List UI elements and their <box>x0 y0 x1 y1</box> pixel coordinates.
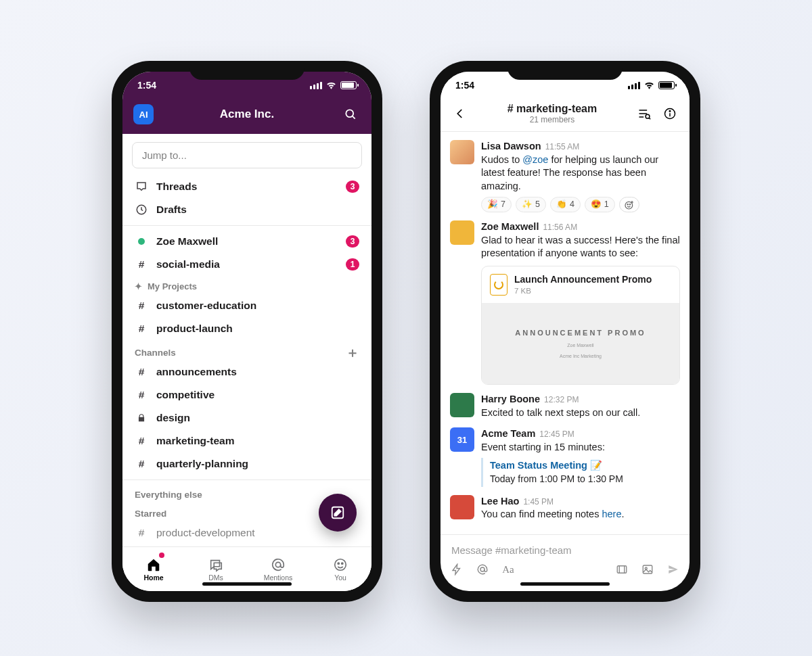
phone-home: 1:54 AI Acme Inc. Jump to... <box>112 61 382 602</box>
message-zoe[interactable]: Zoe Maxwell 11:56 AM Glad to hear it was… <box>441 216 690 389</box>
message-acme-team[interactable]: 31 Acme Team 12:45 PM Event starting in … <box>441 423 690 491</box>
channel-announcements[interactable]: # announcements <box>122 360 371 383</box>
threads-icon <box>135 181 148 193</box>
tab-home[interactable]: Home <box>122 547 185 591</box>
notes-link[interactable]: here <box>602 509 621 519</box>
device-notch <box>508 61 623 80</box>
channel-design[interactable]: design <box>122 406 371 429</box>
mention-icon[interactable] <box>476 563 489 576</box>
workspace-avatar[interactable]: AI <box>133 104 154 124</box>
hash-icon: # <box>135 258 148 271</box>
signal-icon <box>628 82 640 89</box>
add-channel-icon[interactable]: ＋ <box>346 346 359 359</box>
channel-social-media[interactable]: # social-media 1 <box>122 253 371 276</box>
tab-you[interactable]: You <box>309 547 371 591</box>
svg-rect-17 <box>643 565 652 573</box>
status-time: 1:54 <box>455 80 474 91</box>
hash-icon: # <box>135 458 148 470</box>
svg-point-8 <box>646 114 650 118</box>
svg-point-11 <box>669 110 671 112</box>
message-text: Excited to talk next steps on our call. <box>481 406 680 420</box>
svg-line-1 <box>353 116 355 119</box>
event-attachment[interactable]: Team Status Meeting 📝 Today from 1:00 PM… <box>481 458 680 486</box>
dms-icon <box>208 557 223 572</box>
image-icon[interactable] <box>641 563 654 576</box>
back-icon[interactable] <box>450 103 470 124</box>
message-harry[interactable]: Harry Boone 12:32 PM Excited to talk nex… <box>441 389 690 423</box>
file-attachment[interactable]: Launch Announcement Promo 7 KB ANNOUNCEM… <box>481 266 680 385</box>
hash-icon: # <box>135 300 148 312</box>
message-lisa[interactable]: Lisa Dawson 11:55 AM Kudos to @zoe for h… <box>441 136 690 216</box>
wifi-icon <box>326 81 336 89</box>
svg-point-7 <box>342 563 343 564</box>
calendar-icon: 31 <box>450 427 474 452</box>
composer-input[interactable]: Message #marketing-team <box>450 540 680 563</box>
reaction-sparkles[interactable]: ✨5 <box>516 197 546 212</box>
home-indicator <box>202 582 292 586</box>
presence-icon <box>135 238 148 245</box>
hash-icon: # <box>135 366 148 378</box>
message-text: Glad to hear it was a success! Here's th… <box>481 234 680 260</box>
channel-watercooler[interactable]: # watercooler <box>122 544 371 546</box>
mention-zoe[interactable]: @zoe <box>522 154 548 165</box>
event-link[interactable]: Team Status Meeting <box>490 460 587 471</box>
message-lee[interactable]: Lee Hao 1:45 PM You can find meeting not… <box>441 491 690 525</box>
avatar <box>450 495 474 519</box>
reaction-tada[interactable]: 🎉7 <box>481 197 512 212</box>
channel-quarterly-planning[interactable]: # quarterly-planning <box>122 452 371 475</box>
message-text: Kudos to @zoe for helping us launch our … <box>481 154 680 193</box>
hash-icon: # <box>135 527 148 539</box>
avatar <box>450 220 474 245</box>
home-icon <box>146 557 161 572</box>
svg-point-13 <box>627 204 628 204</box>
phone-channel: 1:54 # marketing-team 21 members <box>430 61 700 602</box>
you-icon <box>333 557 348 572</box>
drafts-row[interactable]: Drafts <box>122 198 371 221</box>
svg-point-12 <box>625 202 633 209</box>
reaction-hearteyes[interactable]: 😍1 <box>585 197 615 212</box>
attachment-icon[interactable] <box>615 563 629 576</box>
avatar <box>450 140 474 164</box>
channel-customer-education[interactable]: # customer-education <box>122 294 371 317</box>
svg-point-0 <box>346 110 353 117</box>
hash-icon: # <box>135 323 148 335</box>
avatar <box>450 393 474 417</box>
channel-title[interactable]: # marketing-team 21 members <box>476 103 629 124</box>
message-list[interactable]: Lisa Dawson 11:55 AM Kudos to @zoe for h… <box>441 132 690 534</box>
svg-point-15 <box>480 567 484 571</box>
search-icon[interactable] <box>340 104 361 124</box>
send-icon[interactable] <box>667 563 680 576</box>
jump-to-input[interactable]: Jump to... <box>132 142 362 168</box>
svg-point-6 <box>338 563 339 564</box>
home-indicator <box>520 582 610 586</box>
file-preview: ANNOUNCEMENT PROMO Zoe Maxwell Acme Inc … <box>482 303 679 384</box>
channel-marketing-team[interactable]: # marketing-team <box>122 429 371 452</box>
drafts-icon <box>135 204 148 216</box>
reactions: 🎉7 ✨5 👏4 😍1 <box>481 197 680 212</box>
threads-row[interactable]: Threads 3 <box>122 175 371 198</box>
wifi-icon <box>644 81 654 89</box>
reaction-add-icon[interactable] <box>619 197 639 212</box>
workspace-title[interactable]: Acme Inc. <box>220 108 274 121</box>
info-icon[interactable] <box>660 103 680 124</box>
dm-zoe[interactable]: Zoe Maxwell 3 <box>122 230 371 253</box>
section-my-projects[interactable]: ✦ My Projects <box>122 276 371 294</box>
device-notch <box>189 61 304 80</box>
compose-fab[interactable] <box>319 494 357 532</box>
lightning-icon[interactable] <box>450 563 464 576</box>
notification-dot <box>159 553 164 558</box>
channel-product-launch[interactable]: # product-launch <box>122 317 371 340</box>
threads-badge: 3 <box>346 181 359 193</box>
signal-icon <box>310 82 322 89</box>
mentions-icon <box>271 557 286 572</box>
section-channels[interactable]: Channels ＋ <box>122 340 371 360</box>
reaction-clap[interactable]: 👏4 <box>550 197 581 212</box>
format-icon[interactable]: Aa <box>501 563 515 576</box>
battery-icon <box>658 81 675 89</box>
channel-competitive[interactable]: # competitive <box>122 383 371 406</box>
lock-icon <box>135 413 148 423</box>
status-time: 1:54 <box>137 80 156 91</box>
svg-point-4 <box>275 562 280 567</box>
search-channel-icon[interactable] <box>634 103 654 124</box>
file-icon <box>490 274 508 296</box>
